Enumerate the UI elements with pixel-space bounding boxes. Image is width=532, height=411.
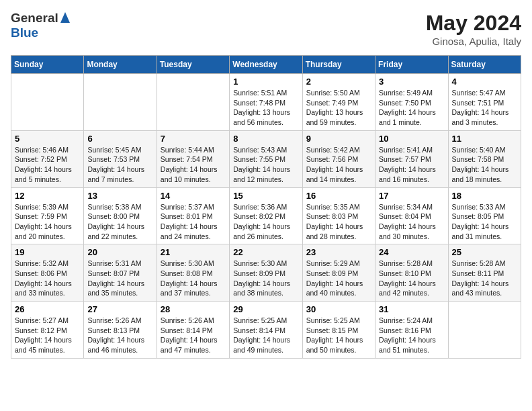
day-cell: 29Sunrise: 5:25 AMSunset: 8:14 PMDayligh… — [230, 302, 302, 359]
dow-header-monday: Monday — [84, 56, 157, 74]
page-title: May 2024 — [426, 11, 521, 36]
day-info: Sunrise: 5:29 AMSunset: 8:09 PMDaylight:… — [306, 259, 371, 298]
day-cell: 24Sunrise: 5:28 AMSunset: 8:10 PMDayligh… — [375, 244, 448, 302]
day-info: Sunrise: 5:42 AMSunset: 7:56 PMDaylight:… — [306, 145, 371, 185]
day-number: 29 — [233, 304, 298, 314]
dow-header-thursday: Thursday — [302, 56, 375, 74]
day-number: 11 — [452, 134, 517, 144]
day-number: 30 — [306, 304, 371, 314]
day-info: Sunrise: 5:33 AMSunset: 8:05 PMDaylight:… — [452, 202, 517, 242]
day-cell: 13Sunrise: 5:38 AMSunset: 8:00 PMDayligh… — [84, 187, 157, 244]
day-cell: 25Sunrise: 5:28 AMSunset: 8:11 PMDayligh… — [448, 244, 521, 302]
day-number: 31 — [379, 304, 444, 314]
day-info: Sunrise: 5:35 AMSunset: 8:03 PMDaylight:… — [306, 202, 371, 242]
day-info: Sunrise: 5:46 AMSunset: 7:52 PMDaylight:… — [15, 145, 80, 185]
day-cell: 16Sunrise: 5:35 AMSunset: 8:03 PMDayligh… — [302, 187, 375, 244]
page-header: General Blue May 2024 Ginosa, Apulia, It… — [11, 11, 521, 47]
day-info: Sunrise: 5:49 AMSunset: 7:50 PMDaylight:… — [379, 88, 444, 128]
day-cell: 20Sunrise: 5:31 AMSunset: 8:07 PMDayligh… — [84, 244, 157, 302]
day-cell: 22Sunrise: 5:30 AMSunset: 8:09 PMDayligh… — [230, 244, 302, 302]
title-block: May 2024 Ginosa, Apulia, Italy — [426, 11, 521, 47]
day-info: Sunrise: 5:30 AMSunset: 8:09 PMDaylight:… — [233, 259, 298, 298]
day-number: 5 — [15, 134, 80, 144]
day-number: 28 — [161, 304, 226, 314]
logo-general-text: General — [11, 11, 58, 26]
day-number: 16 — [306, 191, 371, 201]
day-number: 4 — [452, 77, 517, 87]
day-number: 26 — [15, 304, 80, 314]
day-info: Sunrise: 5:27 AMSunset: 8:12 PMDaylight:… — [15, 316, 80, 355]
week-row-3: 12Sunrise: 5:39 AMSunset: 7:59 PMDayligh… — [11, 187, 521, 244]
dow-header-tuesday: Tuesday — [157, 56, 229, 74]
day-cell — [157, 74, 229, 131]
day-cell: 31Sunrise: 5:24 AMSunset: 8:16 PMDayligh… — [375, 302, 448, 359]
day-info: Sunrise: 5:25 AMSunset: 8:15 PMDaylight:… — [306, 316, 371, 355]
day-number: 3 — [379, 77, 444, 87]
day-number: 6 — [87, 134, 152, 144]
day-info: Sunrise: 5:43 AMSunset: 7:55 PMDaylight:… — [233, 145, 298, 185]
day-cell: 21Sunrise: 5:30 AMSunset: 8:08 PMDayligh… — [157, 244, 229, 302]
day-cell — [11, 74, 84, 131]
day-of-week-header: SundayMondayTuesdayWednesdayThursdayFrid… — [11, 56, 521, 74]
day-info: Sunrise: 5:45 AMSunset: 7:53 PMDaylight:… — [87, 145, 152, 185]
day-cell: 2Sunrise: 5:50 AMSunset: 7:49 PMDaylight… — [302, 74, 375, 131]
day-cell: 17Sunrise: 5:34 AMSunset: 8:04 PMDayligh… — [375, 187, 448, 244]
logo-triangle-icon — [60, 12, 70, 26]
day-info: Sunrise: 5:47 AMSunset: 7:51 PMDaylight:… — [452, 88, 517, 128]
day-cell: 30Sunrise: 5:25 AMSunset: 8:15 PMDayligh… — [302, 302, 375, 359]
day-cell: 19Sunrise: 5:32 AMSunset: 8:06 PMDayligh… — [11, 244, 84, 302]
day-info: Sunrise: 5:39 AMSunset: 7:59 PMDaylight:… — [15, 202, 80, 242]
day-cell: 18Sunrise: 5:33 AMSunset: 8:05 PMDayligh… — [448, 187, 521, 244]
day-number: 20 — [87, 247, 152, 257]
day-info: Sunrise: 5:24 AMSunset: 8:16 PMDaylight:… — [379, 316, 444, 355]
page-location: Ginosa, Apulia, Italy — [426, 36, 521, 47]
day-number: 24 — [379, 247, 444, 257]
day-number: 21 — [161, 247, 226, 257]
day-number: 13 — [87, 191, 152, 201]
day-number: 22 — [233, 247, 298, 257]
day-info: Sunrise: 5:50 AMSunset: 7:49 PMDaylight:… — [306, 88, 371, 128]
day-number: 18 — [452, 191, 517, 201]
day-info: Sunrise: 5:40 AMSunset: 7:58 PMDaylight:… — [452, 145, 517, 185]
day-cell: 15Sunrise: 5:36 AMSunset: 8:02 PMDayligh… — [230, 187, 302, 244]
day-number: 7 — [161, 134, 226, 144]
day-cell: 4Sunrise: 5:47 AMSunset: 7:51 PMDaylight… — [448, 74, 521, 131]
day-number: 9 — [306, 134, 371, 144]
day-cell — [84, 74, 157, 131]
week-row-1: 1Sunrise: 5:51 AMSunset: 7:48 PMDaylight… — [11, 74, 521, 131]
day-number: 25 — [452, 247, 517, 257]
dow-header-wednesday: Wednesday — [230, 56, 302, 74]
day-info: Sunrise: 5:30 AMSunset: 8:08 PMDaylight:… — [161, 259, 226, 298]
day-cell: 6Sunrise: 5:45 AMSunset: 7:53 PMDaylight… — [84, 130, 157, 187]
day-number: 23 — [306, 247, 371, 257]
day-number: 27 — [87, 304, 152, 314]
week-row-5: 26Sunrise: 5:27 AMSunset: 8:12 PMDayligh… — [11, 302, 521, 359]
day-number: 8 — [233, 134, 298, 144]
day-info: Sunrise: 5:51 AMSunset: 7:48 PMDaylight:… — [233, 88, 298, 128]
day-cell: 14Sunrise: 5:37 AMSunset: 8:01 PMDayligh… — [157, 187, 229, 244]
logo: General Blue — [11, 11, 70, 40]
day-info: Sunrise: 5:25 AMSunset: 8:14 PMDaylight:… — [233, 316, 298, 355]
logo-blue-text: Blue — [11, 26, 38, 40]
day-cell — [448, 302, 521, 359]
day-info: Sunrise: 5:28 AMSunset: 8:10 PMDaylight:… — [379, 259, 444, 298]
day-cell: 10Sunrise: 5:41 AMSunset: 7:57 PMDayligh… — [375, 130, 448, 187]
day-number: 12 — [15, 191, 80, 201]
day-number: 2 — [306, 77, 371, 87]
day-cell: 28Sunrise: 5:26 AMSunset: 8:14 PMDayligh… — [157, 302, 229, 359]
svg-marker-0 — [60, 12, 70, 23]
calendar-table: SundayMondayTuesdayWednesdayThursdayFrid… — [11, 55, 521, 359]
day-cell: 23Sunrise: 5:29 AMSunset: 8:09 PMDayligh… — [302, 244, 375, 302]
dow-header-sunday: Sunday — [11, 56, 84, 74]
day-info: Sunrise: 5:26 AMSunset: 8:13 PMDaylight:… — [87, 316, 152, 355]
day-info: Sunrise: 5:36 AMSunset: 8:02 PMDaylight:… — [233, 202, 298, 242]
day-number: 10 — [379, 134, 444, 144]
day-info: Sunrise: 5:41 AMSunset: 7:57 PMDaylight:… — [379, 145, 444, 185]
day-cell: 5Sunrise: 5:46 AMSunset: 7:52 PMDaylight… — [11, 130, 84, 187]
day-cell: 7Sunrise: 5:44 AMSunset: 7:54 PMDaylight… — [157, 130, 229, 187]
day-info: Sunrise: 5:44 AMSunset: 7:54 PMDaylight:… — [161, 145, 226, 185]
week-row-2: 5Sunrise: 5:46 AMSunset: 7:52 PMDaylight… — [11, 130, 521, 187]
day-info: Sunrise: 5:37 AMSunset: 8:01 PMDaylight:… — [161, 202, 226, 242]
week-row-4: 19Sunrise: 5:32 AMSunset: 8:06 PMDayligh… — [11, 244, 521, 302]
day-cell: 11Sunrise: 5:40 AMSunset: 7:58 PMDayligh… — [448, 130, 521, 187]
